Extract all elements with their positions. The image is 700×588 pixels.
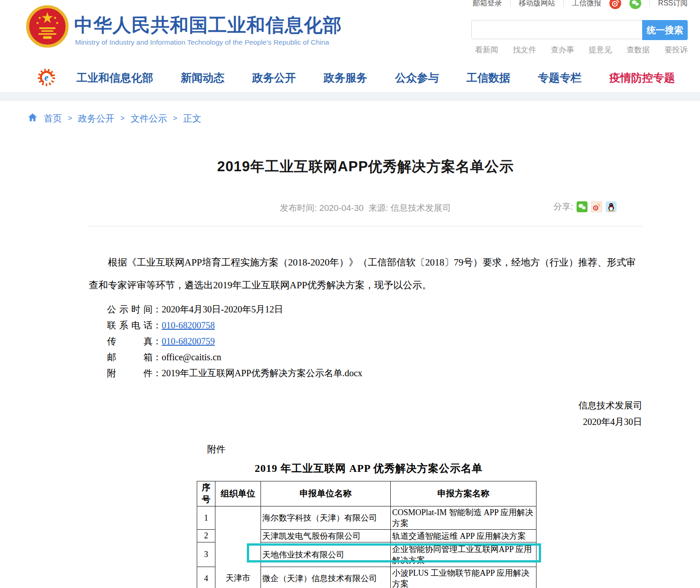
col-header-no: 序号	[197, 481, 215, 506]
colon: ：	[153, 368, 162, 378]
topbar-link-mail-login[interactable]: 邮箱登录	[473, 0, 502, 8]
search-button[interactable]: 统一搜索	[642, 20, 688, 40]
row-no: 3	[197, 542, 215, 567]
field-public-period: 公示时间：2020年4月30日-2020年5月12日	[107, 302, 517, 317]
phone-link[interactable]: 010-68200758	[162, 320, 215, 330]
solutions-table: 序号 组织单位 申报单位名称 申报方案名称 1 天津市 海尔数字科技（天津）有限…	[197, 481, 536, 588]
breadcrumb-gov-disclosure[interactable]: 政务公开	[78, 112, 114, 125]
breadcrumb-current: 正文	[183, 112, 201, 125]
source-label: 来源:	[368, 203, 388, 213]
breadcrumb-home[interactable]: 首页	[44, 112, 62, 125]
quick-link-complaint[interactable]: 要投诉	[664, 45, 688, 55]
nav-item-public-participation[interactable]: 公众参与	[395, 71, 439, 85]
article-body: 根据《工业互联网APP培育工程实施方案（2018-2020年）》（工信部信软〔2…	[89, 251, 642, 297]
breadcrumb-file-notice[interactable]: 文件公示	[131, 112, 167, 125]
nav-item-miit[interactable]: 工业和信息化部	[77, 71, 153, 85]
nav-item-special-topics[interactable]: 专题专栏	[538, 71, 582, 85]
attachment-table-title: 2019 年工业互联网 APP 优秀解决方案公示名单	[199, 461, 538, 476]
share-weibo-icon[interactable]	[591, 201, 602, 212]
quick-link-suggest[interactable]: 提意见	[589, 45, 612, 55]
row-solution: COSMOPlat-IM 智能制造 APP 应用解决方案	[391, 506, 536, 530]
row-solution: 小波PLUS 工业物联节能APP 应用解决方案	[391, 567, 536, 588]
search-input[interactable]	[471, 20, 642, 39]
nav-item-gov-services[interactable]: 政务服务	[324, 71, 368, 85]
row-company: 微企（天津）信息技术有限公司	[261, 567, 391, 588]
row-no: 4	[197, 567, 215, 588]
row-company: 海尔数字科技（天津）有限公司	[261, 506, 391, 530]
attachment-section-label: 附件	[207, 443, 225, 455]
colon: ：	[153, 304, 162, 314]
nav-item-epidemic-special[interactable]: 疫情防控专题	[609, 71, 675, 85]
fax-link[interactable]: 010-68200759	[162, 336, 215, 346]
row-company: 天津凯发电气股份有限公司	[261, 530, 391, 542]
page-title: 2019年工业互联网APP优秀解决方案名单公示	[89, 157, 642, 176]
svg-text:e: e	[45, 72, 49, 82]
divider	[89, 226, 642, 226]
row-no: 1	[197, 506, 215, 530]
share-qq-icon[interactable]	[606, 201, 617, 212]
org-unit-cell: 天津市	[215, 506, 261, 588]
field-label: 公示时间	[107, 302, 153, 317]
field-label: 附件	[107, 365, 153, 381]
share-wechat-icon[interactable]	[577, 201, 588, 212]
field-phone: 联系电话：010-68200758	[107, 317, 517, 333]
field-label: 传真	[107, 333, 153, 349]
source-value: 信息技术发展司	[390, 203, 451, 213]
home-icon[interactable]	[27, 112, 38, 125]
quick-link-files[interactable]: 找文件	[513, 45, 536, 55]
field-value: 2020年4月30日-2020年5月12日	[162, 304, 283, 314]
table-header-row: 序号 组织单位 申报单位名称 申报方案名称	[197, 481, 536, 506]
nav-item-gov-disclosure[interactable]: 政务公开	[252, 71, 296, 85]
row-company: 天地伟业技术有限公司	[261, 542, 391, 567]
topbar-link-mobile-site[interactable]: 移动版网站	[519, 0, 555, 8]
wechat-icon[interactable]	[629, 0, 641, 9]
nav-item-news[interactable]: 新闻动态	[181, 71, 225, 85]
signature-department: 信息技术发展司	[501, 397, 642, 414]
field-label: 邮箱	[107, 349, 153, 365]
breadcrumb-separator: >	[68, 114, 72, 123]
site-subtitle: Ministry of Industry and Information Tec…	[75, 38, 329, 46]
quick-links: 看新闻 找文件 查办事 提意见 查数据 要投诉	[475, 45, 688, 55]
attachment-filename[interactable]: 2019年工业互联网APP优秀解决方案公示名单.docx	[162, 368, 363, 378]
quick-link-services[interactable]: 查办事	[551, 45, 574, 55]
signature-date: 2020年4月30日	[501, 414, 642, 430]
national-emblem	[26, 5, 69, 48]
row-solution: 企业智能协同管理工业互联网APP 应用解决方案	[391, 542, 536, 567]
breadcrumb: 首页 > 政务公开 > 文件公示 > 正文	[27, 112, 201, 125]
nav-item-miit-data[interactable]: 工信数据	[466, 71, 510, 85]
field-email: 邮箱：office@caitis.cn	[107, 349, 517, 365]
quick-link-data[interactable]: 查数据	[627, 45, 650, 55]
miit-webpage: 邮箱登录 移动版网站 工信微报 RSS订阅	[0, 0, 700, 588]
colon: ：	[153, 352, 162, 362]
divider	[649, 0, 650, 7]
row-solution: 轨道交通智能运维 APP 应用解决方案	[391, 530, 536, 542]
breadcrumb-separator: >	[120, 114, 124, 123]
contact-block: 公示时间：2020年4月30日-2020年5月12日 联系电话：010-6820…	[107, 302, 517, 381]
table-row: 1 天津市 海尔数字科技（天津）有限公司 COSMOPlat-IM 智能制造 A…	[197, 506, 536, 530]
colon: ：	[153, 320, 162, 330]
top-utility-bar: 邮箱登录 移动版网站 工信微报 RSS订阅	[473, 0, 688, 10]
quick-link-news[interactable]: 看新闻	[475, 45, 498, 55]
topbar-link-miit-weibo[interactable]: 工信微报	[572, 0, 601, 8]
field-value: office@caitis.cn	[162, 352, 221, 362]
row-no: 2	[197, 530, 215, 542]
divider	[510, 0, 511, 7]
signature-block: 信息技术发展司 2020年4月30日	[501, 397, 642, 430]
publish-time-label: 发布时间:	[280, 203, 317, 213]
nav-items: 工业和信息化部 新闻动态 政务公开 政务服务 公众参与 工信数据 专题专栏 疫情…	[77, 64, 675, 92]
share-bar: 分享:	[553, 201, 642, 213]
col-header-org: 组织单位	[215, 481, 261, 506]
breadcrumb-separator: >	[173, 114, 177, 123]
weibo-icon[interactable]	[609, 0, 621, 9]
site-search: 统一搜索	[471, 20, 688, 40]
share-label: 分享:	[553, 201, 573, 213]
publish-date: 2020-04-30	[319, 203, 363, 213]
col-header-solution: 申报方案名称	[391, 481, 536, 506]
miit-gear-logo-icon: e	[37, 68, 56, 87]
colon: ：	[153, 336, 162, 346]
field-label: 联系电话	[107, 317, 153, 333]
nav-bottom-strip	[0, 92, 700, 101]
col-header-company: 申报单位名称	[261, 481, 391, 506]
topbar-link-rss[interactable]: RSS订阅	[658, 0, 688, 8]
field-fax: 传真：010-68200759	[107, 333, 517, 349]
